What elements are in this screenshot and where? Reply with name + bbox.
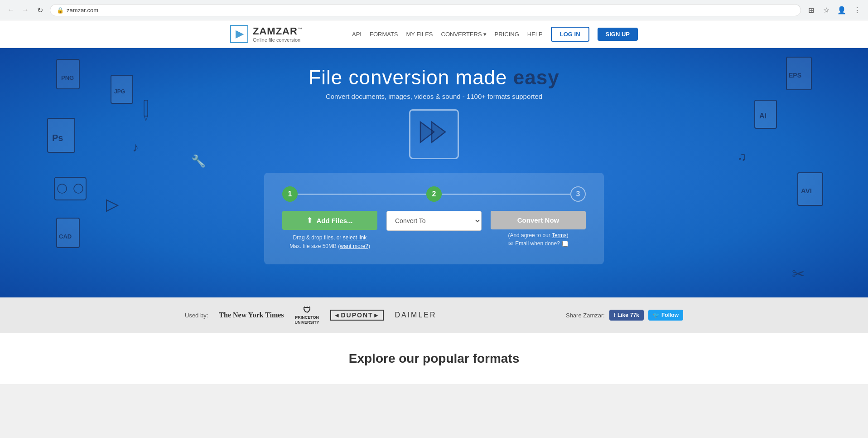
daimler-logo: DAIMLER — [395, 311, 436, 319]
navbar-inner: ▶ ZAMZAR™ Online file conversion API FOR… — [230, 25, 638, 43]
email-icon: ✉ — [508, 240, 513, 247]
trust-bar: Used by: The New York Times 🛡 PRINCETONU… — [0, 297, 868, 333]
convert-now-button[interactable]: Convert Now — [491, 211, 586, 229]
svg-text:✂: ✂ — [792, 265, 805, 282]
facebook-like-button[interactable]: f Like 77k — [609, 310, 644, 321]
forward-button[interactable]: → — [19, 4, 32, 16]
nav-help-link[interactable]: HELP — [527, 31, 543, 38]
nav-links: API FORMATS MY FILES CONVERTERS ▾ PRICIN… — [352, 27, 638, 42]
logo-name: ZAMZAR™ — [253, 25, 303, 37]
nav-converters-link[interactable]: CONVERTERS ▾ — [441, 31, 487, 38]
twitter-follow-button[interactable]: 🐦 Follow — [648, 310, 683, 321]
nav-formats-link[interactable]: FORMATS — [370, 31, 398, 38]
step-1-section: ⬆ Add Files... Drag & drop files, or sel… — [282, 211, 377, 251]
hero-emphasis: easy — [513, 66, 559, 88]
hero-section: PNG JPG Ps — [0, 48, 868, 297]
browser-actions: ⊞ ☆ 👤 ⋮ — [805, 4, 863, 16]
play-arrows-icon — [418, 120, 450, 149]
trust-bar-inner: Used by: The New York Times 🛡 PRINCETONU… — [185, 306, 683, 325]
step-line-2 — [442, 194, 570, 195]
explore-section: Explore our popular formats — [0, 333, 868, 384]
step-2-dot: 2 — [426, 186, 442, 202]
email-checkbox[interactable] — [562, 241, 568, 247]
hero-content: File conversion made easy Convert docume… — [0, 48, 868, 264]
login-button[interactable]: LOG IN — [551, 27, 589, 42]
want-more-link[interactable]: want more? — [340, 243, 368, 249]
back-button[interactable]: ← — [5, 4, 17, 16]
twitter-icon: 🐦 — [653, 312, 660, 318]
lock-icon: 🔒 — [57, 7, 64, 14]
share-section: Share Zamzar: f Like 77k 🐦 Follow — [566, 310, 683, 321]
step-2-section: Convert To PDF JPG PNG MP3 MP4 DOC DOCX … — [386, 211, 482, 231]
terms-link[interactable]: Terms — [552, 232, 567, 238]
nav-api-link[interactable]: API — [352, 31, 362, 38]
reload-button[interactable]: ↻ — [34, 4, 46, 16]
convert-sub: (And agree to our Terms) — [508, 232, 568, 238]
fb-like-label: Like — [617, 312, 628, 318]
fb-count: 77k — [630, 312, 639, 318]
navbar: ▶ ZAMZAR™ Online file conversion API FOR… — [0, 20, 868, 48]
share-label: Share Zamzar: — [566, 312, 605, 319]
select-link[interactable]: select link — [343, 234, 367, 241]
princeton-logo: 🛡 PRINCETONUNIVERSITY — [295, 306, 319, 325]
svg-marker-25 — [432, 122, 445, 142]
add-files-button[interactable]: ⬆ Add Files... — [282, 211, 377, 230]
scissors-icon: ✂ — [791, 261, 809, 286]
account-button[interactable]: 👤 — [835, 4, 848, 16]
conversion-form: 1 2 3 ⬆ Add Files... Drag & drop files, … — [264, 173, 604, 264]
upload-icon: ⬆ — [307, 216, 313, 224]
chevron-down-icon: ▾ — [483, 31, 487, 38]
bookmark-button[interactable]: ☆ — [820, 4, 833, 16]
logo-tagline: Online file conversion — [253, 37, 303, 43]
step-line-1 — [298, 194, 426, 195]
menu-button[interactable]: ⋮ — [851, 4, 863, 16]
used-by-section: Used by: The New York Times 🛡 PRINCETONU… — [185, 306, 437, 325]
extensions-button[interactable]: ⊞ — [805, 4, 817, 16]
hero-title: File conversion made easy — [309, 66, 559, 89]
nyt-logo: The New York Times — [219, 311, 284, 319]
explore-title: Explore our popular formats — [18, 351, 850, 366]
browser-chrome: ← → ↻ 🔒 zamzar.com ⊞ ☆ 👤 ⋮ — [0, 0, 868, 20]
hero-subtitle: Convert documents, images, videos & soun… — [326, 92, 542, 100]
signup-button[interactable]: SIGN UP — [598, 28, 638, 41]
logo-text-area: ZAMZAR™ Online file conversion — [253, 25, 303, 43]
convert-to-select[interactable]: Convert To PDF JPG PNG MP3 MP4 DOC DOCX … — [386, 211, 482, 231]
twitter-follow-label: Follow — [661, 312, 679, 318]
steps-row: ⬆ Add Files... Drag & drop files, or sel… — [282, 211, 586, 251]
url-text: zamzar.com — [67, 7, 794, 14]
logo-area[interactable]: ▶ ZAMZAR™ Online file conversion — [230, 25, 303, 43]
hero-play-icon — [409, 109, 459, 159]
steps-track: 1 2 3 — [282, 186, 586, 202]
fb-icon: f — [614, 312, 616, 318]
add-files-subtitle: Drag & drop files, or select link Max. f… — [289, 234, 370, 251]
step-1-dot: 1 — [282, 186, 298, 202]
browser-nav-buttons: ← → ↻ — [5, 4, 46, 16]
logo-arrow-icon: ▶ — [236, 28, 243, 40]
step-3-dot: 3 — [570, 186, 586, 202]
dupont-logo: ◄DUPONT► — [330, 310, 384, 321]
address-bar[interactable]: 🔒 zamzar.com — [50, 4, 801, 16]
logo-icon: ▶ — [230, 25, 248, 43]
shield-icon: 🛡 — [303, 306, 311, 315]
email-row: ✉ Email when done? — [508, 240, 568, 247]
nav-myfiles-link[interactable]: MY FILES — [406, 31, 433, 38]
step-3-section: Convert Now (And agree to our Terms) ✉ E… — [491, 211, 586, 247]
nav-pricing-link[interactable]: PRICING — [495, 31, 519, 38]
used-by-label: Used by: — [185, 312, 208, 319]
